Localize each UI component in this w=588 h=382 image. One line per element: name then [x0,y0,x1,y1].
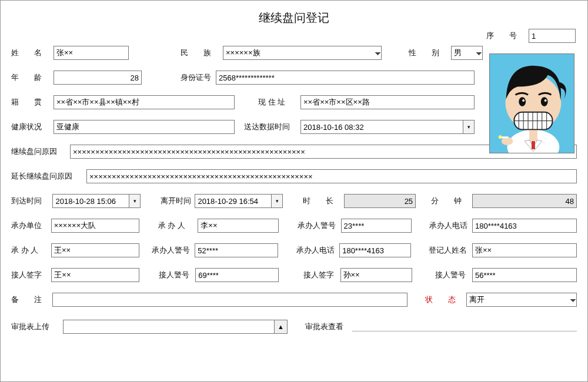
ethnicity-label: 民 族 [181,46,223,60]
arrive-dropdown-icon[interactable]: ▾ [129,194,141,208]
handler2-badge-label: 承办人警号 [152,243,195,257]
ethnicity-select[interactable] [223,46,382,60]
handler2-phone-input[interactable] [339,243,411,257]
leave-dropdown-icon[interactable]: ▾ [271,194,283,208]
gender-select[interactable] [451,46,483,60]
handler1-badge-label: 承办人警号 [298,219,340,233]
recv2-badge-label: 接人警号 [435,268,472,282]
handler1-label: 承 办 人 [158,219,198,233]
recv2-sign-input[interactable] [340,268,412,282]
triangle-up-icon: ▲ [278,323,284,330]
svg-point-15 [522,99,524,102]
svg-point-20 [499,135,502,139]
recv1-sign-label: 接人签字 [11,268,51,282]
duration-label: 时 长 [303,194,344,208]
health-input[interactable] [54,120,235,134]
handler1-input[interactable] [198,219,279,233]
delivery-dropdown-icon[interactable]: ▾ [463,120,475,134]
leave-label: 离开时间 [161,194,195,208]
view-label: 审批表查看 [305,320,352,334]
unit-input[interactable] [51,219,139,233]
idcard-input[interactable] [216,71,475,85]
recv1-badge-label: 接人警号 [159,268,196,282]
ext-reason-label: 延长继续盘问原因 [11,169,86,183]
status-select[interactable] [466,293,577,307]
upload-browse-button[interactable]: ▲ [275,320,288,334]
delivery-input[interactable] [300,120,463,134]
sequence-label: 序 号 [486,29,529,43]
svg-point-13 [519,97,526,106]
recv1-badge-input[interactable] [195,268,279,282]
status-label: 状 态 [425,293,466,307]
minutes-label: 分 钟 [431,194,472,208]
avatar [489,53,574,153]
leave-input[interactable] [195,194,271,208]
remark-label: 备 注 [11,293,52,307]
age-label: 年 龄 [11,71,54,85]
remark-input[interactable] [52,293,407,307]
registrar-label: 登记人姓名 [429,243,472,257]
svg-point-14 [541,97,548,106]
handler1-phone-input[interactable] [472,219,577,233]
address-input[interactable] [300,95,475,109]
gender-label: 性 别 [409,46,451,60]
minutes-input [472,194,577,208]
arrive-input[interactable] [52,194,129,208]
sequence-input[interactable] [529,29,576,43]
address-label: 现 住 址 [258,95,300,109]
sequence-row: 序 号 [486,29,576,43]
view-link[interactable] [352,322,577,331]
origin-label: 籍 贯 [11,95,54,109]
duration-input [344,194,416,208]
page-title: 继续盘问登记 [11,10,577,26]
name-input[interactable] [54,46,129,60]
registrar-input[interactable] [472,243,577,257]
recv2-sign-label: 接人签字 [303,268,340,282]
handler2-phone-label: 承办人电话 [296,243,340,257]
ext-reason-input[interactable] [86,169,577,183]
upload-label: 审批表上传 [11,320,63,334]
svg-point-18 [502,137,513,145]
age-input[interactable] [54,71,142,85]
form-page: 继续盘问登记 序 号 [0,0,588,382]
handler1-phone-label: 承办人电话 [429,219,472,233]
unit-label: 承办单位 [11,219,51,233]
upload-path-input[interactable] [63,320,275,334]
avatar-cartoon-icon [490,54,574,153]
handler2-label: 承 办 人 [11,243,51,257]
delivery-label: 送达数据时间 [244,120,300,134]
origin-input[interactable] [54,95,235,109]
handler2-input[interactable] [51,243,139,257]
idcard-label: 身份证号 [181,71,216,85]
handler2-badge-input[interactable] [195,243,278,257]
recv2-badge-input[interactable] [472,268,577,282]
svg-point-16 [544,99,547,102]
recv1-sign-input[interactable] [51,268,139,282]
name-label: 姓 名 [11,46,54,60]
handler1-badge-input[interactable] [341,219,412,233]
health-label: 健康状况 [11,120,54,134]
reason-label: 继续盘问原因 [11,145,70,159]
svg-rect-17 [532,141,535,149]
arrive-label: 到达时间 [11,194,52,208]
